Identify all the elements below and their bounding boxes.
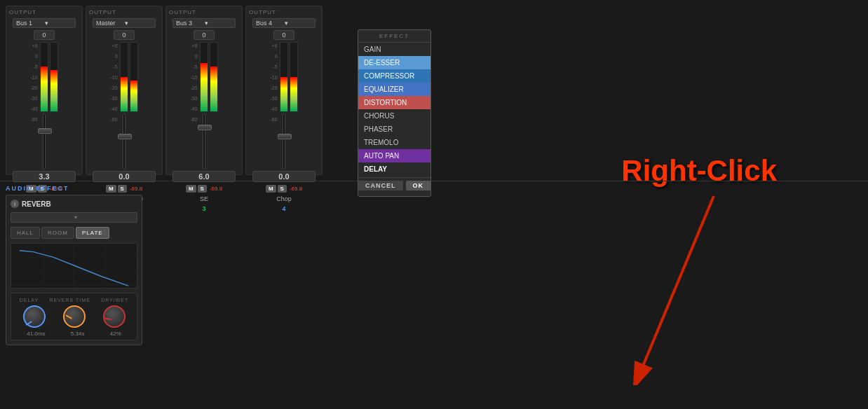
effect-item-tremolo[interactable]: TREMOLO [358, 136, 430, 149]
dry-wet-knob-indicator [104, 318, 111, 321]
meter-fill-r-4 [290, 77, 297, 111]
reverb-knobs-section: DELAY REVERB TIME DRY/WET 41.0ms 5.34s 4… [11, 293, 137, 340]
reverb-title: REVERB [22, 200, 51, 208]
meter-fill-l-4 [280, 77, 287, 111]
fader-track-3[interactable] [203, 113, 205, 169]
effect-item-gain[interactable]: GAIN [358, 43, 430, 56]
fader-container-1 [9, 113, 79, 169]
reverb-type-plate[interactable]: PLATE [76, 227, 109, 239]
effect-popup: EFFECT GAIN DE-ESSER COMPRESSOR EQUALIZE… [358, 29, 431, 197]
bus-chevron-2: ▾ [125, 20, 152, 27]
meter-area-1: +60-5-10-20-30-40-80 [9, 42, 79, 112]
bus-value-1: Bus 1 [16, 20, 43, 27]
effect-popup-buttons: CANCEL OK [358, 177, 430, 193]
meter-bar-l-1 [40, 42, 48, 112]
reverb-time-knob-label: REVERB TIME [49, 298, 90, 303]
section-divider [0, 181, 868, 181]
bus-selector-3[interactable]: Bus 3 ▾ [172, 18, 236, 28]
reverb-time-knob[interactable] [63, 305, 86, 328]
channel-strip-4: OUTPUT Bus 4 ▾ 0 +60-5-10-20-30-40-80 [245, 6, 323, 175]
knobs-row [14, 305, 134, 328]
channel-strip-2: OUTPUT Master ▾ 0 +60-5-10-20-30-40-80 [86, 6, 163, 175]
reverb-preset-selector[interactable]: ▾ [11, 212, 137, 223]
effect-item-de-esser[interactable]: DE-ESSER [358, 56, 430, 69]
dry-wet-knob[interactable] [103, 305, 126, 328]
level-badge-4: 0 [273, 30, 294, 40]
effect-item-compressor[interactable]: COMPRESSOR [358, 69, 430, 83]
fader-track-2[interactable] [123, 113, 126, 169]
fader-track-4[interactable] [283, 113, 285, 169]
knob-labels-row: DELAY REVERB TIME DRY/WET [14, 298, 134, 303]
meter-area-2: +60-5-10-20-30-40-80 [89, 42, 159, 112]
level-badge-1: 0 [34, 30, 55, 40]
audio-effect-section: AUDIO EFFECT i REVERB ▾ HALL ROOM PLATE [6, 185, 868, 345]
bus-value-2: Master [96, 20, 123, 27]
bus-selector-4[interactable]: Bus 4 ▾ [252, 18, 316, 28]
dry-wet-knob-value: 42% [110, 331, 121, 337]
fader-track-1[interactable] [43, 113, 46, 169]
meter-labels-2: +60-5-10-20-30-40-80 [110, 43, 117, 122]
dry-wet-knob-label: DRY/WET [101, 298, 128, 303]
delay-knob-indicator [25, 321, 32, 326]
bus-value-3: Bus 3 [176, 20, 203, 27]
delay-knob-label: DELAY [20, 298, 39, 303]
meter-bar-l-4 [280, 42, 288, 112]
effect-item-equalizer[interactable]: EQUALIZER [358, 83, 430, 96]
output-label-2: OUTPUT [89, 9, 116, 15]
effect-item-phaser[interactable]: PHASER [358, 123, 430, 136]
reverb-preset-chevron: ▾ [74, 214, 135, 221]
reverb-info-icon[interactable]: i [11, 200, 19, 208]
meter-fill-l-3 [201, 63, 208, 111]
bus-selector-1[interactable]: Bus 1 ▾ [13, 18, 76, 28]
effect-item-distortion[interactable]: DISTORTION [358, 96, 430, 109]
fader-container-4 [249, 113, 319, 169]
ok-button[interactable]: OK [406, 181, 431, 190]
effect-popup-header: EFFECT [358, 30, 430, 43]
reverb-type-hall[interactable]: HALL [11, 227, 40, 239]
mixer-section: OUTPUT Bus 1 ▾ 0 +60-5-10-20-30-40-80 [0, 0, 868, 175]
meter-fill-l-2 [121, 77, 128, 111]
fader-handle-3[interactable] [198, 125, 212, 130]
channel-strip-1: OUTPUT Bus 1 ▾ 0 +60-5-10-20-30-40-80 [6, 6, 83, 175]
cancel-button[interactable]: CANCEL [358, 181, 403, 190]
channel-top-2: OUTPUT [89, 9, 159, 15]
meter-fill-r-2 [130, 81, 137, 111]
output-label-3: OUTPUT [169, 9, 196, 15]
fader-handle-4[interactable] [278, 134, 292, 139]
reverb-graph-svg [11, 244, 137, 288]
channel-top-1: OUTPUT [9, 9, 79, 15]
meter-bar-r-2 [130, 42, 138, 112]
meter-bar-l-3 [200, 42, 208, 112]
output-label-4: OUTPUT [249, 9, 276, 15]
meter-labels-1: +60-5-10-20-30-40-80 [30, 43, 37, 122]
effect-item-auto-pan[interactable]: AUTO PAN [358, 149, 430, 162]
meter-labels-4: +60-5-10-20-30-40-80 [270, 43, 277, 122]
meter-bar-r-4 [290, 42, 298, 112]
bus-chevron-1: ▾ [45, 20, 72, 27]
meter-fill-l-1 [41, 67, 48, 111]
meter-fill-r-3 [210, 67, 217, 111]
level-badge-3: 0 [194, 30, 215, 40]
bus-chevron-3: ▾ [205, 20, 232, 27]
bus-value-4: Bus 4 [256, 20, 283, 27]
fader-handle-2[interactable] [118, 134, 132, 139]
delay-knob-value: 41.0ms [27, 331, 45, 337]
meter-labels-3: +60-5-10-20-30-40-80 [190, 43, 197, 122]
meter-fill-r-1 [50, 70, 57, 111]
reverb-time-knob-value: 5.34s [71, 331, 85, 337]
output-label-1: OUTPUT [9, 9, 36, 15]
effect-item-delay[interactable]: DELAY [358, 162, 430, 176]
fader-handle-1[interactable] [38, 128, 52, 134]
channel-top-3: OUTPUT [169, 9, 239, 15]
meter-area-4: +60-5-10-20-30-40-80 [249, 42, 319, 112]
effect-item-chorus[interactable]: CHORUS [358, 109, 430, 123]
reverb-type-room[interactable]: ROOM [41, 227, 74, 239]
channel-strip-3: OUTPUT Bus 3 ▾ 0 +60-5-10-20-30-40-80 [165, 6, 243, 175]
meter-bar-r-1 [50, 42, 58, 112]
reverb-graph [11, 243, 137, 289]
level-badge-2: 0 [114, 30, 135, 40]
bus-selector-2[interactable]: Master ▾ [93, 18, 156, 28]
reverb-panel: i REVERB ▾ HALL ROOM PLATE [6, 195, 142, 345]
delay-knob[interactable] [23, 305, 46, 328]
reverb-header: i REVERB [11, 200, 137, 208]
